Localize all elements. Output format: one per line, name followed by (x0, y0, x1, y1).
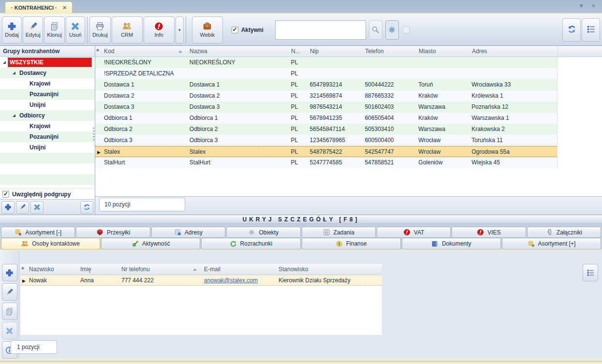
table-row[interactable]: ▶ Stalex Stalex PL 5487875422 542547747 … (95, 146, 557, 157)
table-row[interactable]: ▶ Nowak Anna 777 444 222 anowak@stalex.c… (20, 275, 382, 286)
edit-button[interactable]: Edytuj (23, 16, 44, 44)
group-delete-button[interactable] (30, 201, 44, 214)
table-row[interactable]: ▶ Odbiorca 3 Odbiorca 3 PL 12345678965 6… (95, 135, 557, 146)
tree-item[interactable]: Pozaunijni (0, 89, 95, 100)
cell-kraj: PL (289, 79, 308, 90)
contacts-header-email[interactable]: E-mail (202, 264, 277, 275)
expander-icon[interactable] (13, 72, 15, 74)
column-label: Kod (104, 48, 114, 57)
tree-item[interactable]: Pozaunijni (0, 131, 95, 142)
contact-clone-button[interactable] (2, 303, 17, 320)
filter-settings-button[interactable] (385, 20, 399, 40)
contacts-header-nazwisko[interactable]: Nazwisko (27, 264, 78, 275)
grid-header-telefon[interactable]: Telefon (363, 46, 417, 57)
activity-icon (132, 240, 139, 248)
grid-header-kod[interactable]: Kod (102, 46, 188, 57)
include-subgroups-checkbox[interactable] (2, 191, 9, 198)
cell-telefon (363, 57, 416, 68)
grid-header-miasto[interactable]: Miasto (417, 46, 470, 57)
contacts-panel: * Nazwisko Imię Nr telefonu E-mail Stano… (0, 249, 602, 359)
contact-add-button[interactable] (2, 264, 17, 281)
email-link[interactable]: anowak@stalex.com (204, 277, 258, 284)
secondary-checkbox[interactable] (403, 27, 410, 33)
table-row[interactable]: ▶ !SPRZEDAŻ DETALICZNA PL (95, 68, 557, 79)
contractors-grid: * Kod Nazwa N... Nip Telefon Miasto Adre… (95, 46, 602, 215)
tree-item[interactable]: Odbiorcy (0, 110, 95, 121)
group-edit-button[interactable] (16, 201, 29, 214)
crm-button[interactable]: CRM (112, 16, 143, 44)
row-marker-cell: ▶ (95, 157, 102, 168)
refresh-button[interactable] (562, 18, 581, 42)
tree-item[interactable]: Krajowi (0, 121, 95, 131)
detail-tab[interactable]: Przesyłki (76, 227, 150, 238)
detail-tab[interactable]: Aktywność (101, 238, 200, 249)
cell-email: anowak@stalex.com (202, 275, 277, 285)
contacts-view-options-button[interactable] (583, 264, 598, 281)
grid-header-kraj[interactable]: N... (289, 46, 308, 57)
grid-header-nip[interactable]: Nip (308, 46, 363, 57)
detail-tab[interactable]: Obiekty (226, 227, 300, 238)
detail-tab-label: Adresy (185, 229, 203, 236)
detail-tab-label: Aktywność (142, 240, 170, 247)
detail-tab[interactable]: Załączniki (527, 227, 601, 238)
toolbar-separator (87, 16, 88, 44)
webik-button[interactable]: Webik (192, 16, 223, 44)
grid-header-nazwa[interactable]: Nazwa (188, 46, 289, 57)
chevron-down-icon[interactable]: ▾ (580, 2, 583, 9)
tree-item[interactable]: Krajowi (0, 78, 95, 89)
info-button-label: Info (155, 32, 163, 38)
table-row[interactable]: ▶ Dostawca 3 Dostawca 3 PL 9876543214 50… (95, 102, 557, 113)
contact-delete-button[interactable] (2, 322, 17, 339)
info-button[interactable]: Info (144, 16, 175, 44)
detail-tab[interactable]: Adresy (151, 227, 225, 238)
row-marker-cell: ▶ (20, 275, 27, 285)
table-row[interactable]: ▶ Odbiorca 1 Odbiorca 1 PL 5678941235 60… (95, 113, 557, 124)
close-icon[interactable]: × (591, 2, 595, 9)
search-input[interactable] (275, 20, 366, 40)
tree-item[interactable]: Unijni (0, 100, 95, 110)
print-button[interactable]: Drukuj (89, 16, 111, 44)
tree-item[interactable]: WSZYSTKIE (0, 57, 95, 68)
add-button[interactable]: Dodaj (2, 16, 22, 44)
detail-tab[interactable]: Osoby kontaktowe (1, 238, 100, 249)
info-dropdown-button[interactable]: ▾ (176, 16, 184, 44)
active-checkbox[interactable] (232, 27, 238, 33)
tab-close-icon[interactable]: × (63, 5, 67, 10)
detail-tab[interactable]: Asortyment [-] (1, 227, 75, 238)
search-button[interactable] (369, 20, 382, 40)
view-options-button[interactable] (582, 18, 600, 42)
tree-item[interactable]: Dostawcy (0, 68, 95, 78)
group-refresh-button[interactable] (80, 201, 93, 214)
alert-icon (154, 22, 163, 31)
detail-tab[interactable]: VIES (452, 227, 526, 238)
detail-tab[interactable]: Finanse (302, 238, 401, 249)
chevron-down-icon: ▾ (178, 28, 181, 32)
group-add-button[interactable] (1, 201, 15, 214)
table-row[interactable]: ▶ Dostawca 2 Dostawca 2 PL 3214569874 88… (95, 90, 557, 102)
detail-tab[interactable]: Rozrachunki (201, 238, 300, 249)
tab-kontrahenci[interactable]: · KONTRAHENCI · × (5, 1, 73, 13)
detail-tab[interactable]: Dokumenty (402, 238, 501, 249)
detail-tab[interactable]: VAT (377, 227, 451, 238)
cell-kraj: PL (289, 113, 308, 124)
expander-icon[interactable] (3, 61, 6, 64)
table-row[interactable]: ▶ !NIEOKREŚLONY NIEOKREŚLONY PL (95, 57, 557, 68)
cell-nip (308, 68, 363, 79)
contact-edit-button[interactable] (2, 283, 17, 301)
groups-sidebar: Grupy kontrahentów WSZYSTKIE Dostawcy Kr… (0, 46, 95, 215)
expander-icon[interactable] (13, 114, 15, 117)
clone-button[interactable]: Klonuj (44, 16, 65, 44)
contacts-header-imie[interactable]: Imię (78, 264, 119, 275)
delete-button[interactable]: Usuń (66, 16, 85, 44)
table-row[interactable]: ▶ Dostawca 1 Dostawca 1 PL 6547893214 50… (95, 79, 557, 90)
sidebar-resize-grip[interactable] (93, 127, 94, 142)
table-row[interactable]: ▶ Odbiorca 2 Odbiorca 2 PL 56545847114 5… (95, 124, 557, 135)
detail-tab[interactable]: Zadania (302, 227, 376, 238)
table-row[interactable]: ▶ StalHurt StalHurt PL 5247774585 547858… (95, 157, 557, 168)
contacts-header-telefon[interactable]: Nr telefonu (119, 264, 202, 275)
row-marker-cell: ▶ (95, 90, 102, 102)
tree-item[interactable]: Unijni (0, 142, 95, 153)
grid-header-adres[interactable]: Adres (470, 46, 558, 57)
detail-tab[interactable]: Asortyment [+] (502, 238, 601, 249)
contacts-header-stanowisko[interactable]: Stanowisko (277, 264, 382, 275)
